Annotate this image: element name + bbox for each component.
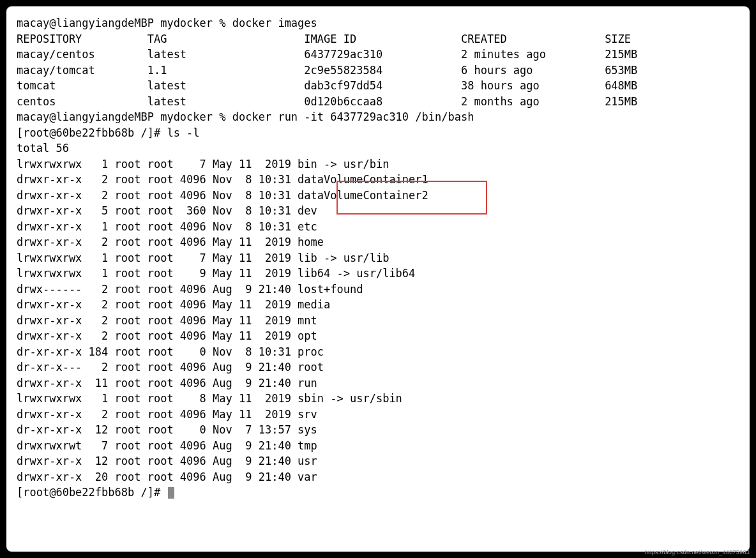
cursor-icon — [168, 487, 174, 499]
watermark-text: https://blog.csdn.net/weixin_44075963 — [645, 549, 750, 555]
terminal-output[interactable]: macay@liangyiangdeMBP mydocker % docker … — [17, 15, 739, 501]
terminal-window[interactable]: macay@liangyiangdeMBP mydocker % docker … — [6, 6, 750, 552]
